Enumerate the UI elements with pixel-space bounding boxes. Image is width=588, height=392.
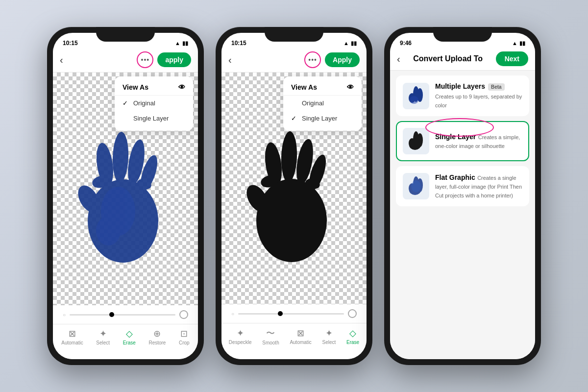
phone-screen-2: 10:15 ▲ ▮▮ ‹ ••• Apply [221,33,367,359]
smooth-icon-2: 〜 [266,327,275,339]
svg-point-15 [256,179,327,262]
flat-graphic-preview [405,175,427,197]
slider-max-icon-2 [348,309,357,318]
automatic-label-2: Automatic [290,340,311,345]
select-label-1: Select [96,340,110,345]
svg-point-2 [112,131,129,183]
dropdown-title-2: View As [291,83,317,91]
toolbar-automatic-1[interactable]: ⊠ Automatic [61,328,83,345]
page-title-3: Convert Upload To [413,54,483,63]
toolbar-select-1[interactable]: ✦ Select [96,328,110,345]
convert-option-multiple-layers[interactable]: Multiple Layers Beta Creates up to 9 lay… [396,75,529,116]
svg-point-30 [411,180,421,192]
multiple-layers-title: Multiple Layers [435,82,485,90]
eye-icon-1: 👁 [178,83,185,91]
automatic-label-1: Automatic [61,340,83,345]
original-label-2: Original [302,99,324,107]
single-layer-label-2: Single Layer [302,115,337,122]
toolbar-select-2[interactable]: ✦ Select [322,328,336,345]
status-icons-1: ▲ ▮▮ [175,40,188,47]
apply-button-2[interactable]: Apply [325,52,360,67]
back-button-3[interactable]: ‹ [397,53,400,65]
home-bar-3 [438,359,487,361]
dropdown-item-original-1[interactable]: ✓ Original [115,96,193,111]
toolbar-restore-1[interactable]: ⊕ Restore [148,328,166,345]
select-icon-1: ✦ [99,328,107,339]
convert-option-flat-graphic[interactable]: Flat Graphic Creates a single layer, ful… [396,166,529,206]
home-bar-2 [270,359,318,361]
flat-graphic-title: Flat Graphic [435,173,475,181]
single-layer-label-1: Single Layer [133,115,169,122]
restore-icon-1: ⊕ [153,328,161,339]
select-label-2: Select [322,340,336,345]
nav-bar-1: ‹ ••• apply [53,49,198,73]
slider-track-2[interactable] [238,313,344,315]
status-time-2: 10:15 [231,40,246,47]
toolbar-despeckle-2[interactable]: ✦ Despeckle [229,328,252,345]
erase-icon-2: ◇ [349,328,356,339]
slider-thumb-2[interactable] [278,311,283,316]
phone-3: 9:46 ▲ ▮▮ ‹ Convert Upload To Next [384,27,541,365]
erase-label-1: Erase [123,340,136,345]
svg-point-25 [409,140,421,150]
slider-max-icon-1 [179,310,188,319]
toolbar-erase-2[interactable]: ◇ Erase [346,328,359,345]
toolbar-crop-1[interactable]: ⊡ Crop [179,328,190,345]
apply-button-1[interactable]: apply [157,52,191,67]
handprint-svg-2 [240,113,348,265]
battery-icon-3: ▮▮ [519,40,525,47]
convert-option-single-layer[interactable]: Single Layer Creates a simple, one-color… [396,121,529,161]
crop-icon-1: ⊡ [180,328,188,339]
single-layer-wrapper: Single Layer Creates a simple, one-color… [396,121,529,161]
single-layer-title: Single Layer [435,133,476,141]
toolbar-smooth-2[interactable]: 〜 Smooth [262,327,279,345]
phone-notch-3 [433,27,492,42]
erase-label-2: Erase [346,340,359,345]
select-icon-2: ✦ [325,328,333,339]
dropdown-menu-1: View As 👁 ✓ Original Single Layer [115,76,193,131]
next-button-3[interactable]: Next [496,51,528,66]
single-layer-preview [405,130,427,152]
canvas-area-2: View As 👁 Original ✓ Single Layer [221,73,367,304]
svg-point-12 [280,131,298,182]
toolbar-erase-1[interactable]: ◇ Erase [123,328,136,345]
nav-actions-1: ••• apply [137,51,191,68]
svg-point-21 [410,96,418,104]
handprint-svg-1 [72,113,179,265]
dropdown-header-1: View As 👁 [115,81,193,96]
nav-bar-3: ‹ Convert Upload To Next [390,49,535,71]
canvas-area-1: View As 👁 ✓ Original Single Layer [53,73,198,305]
battery-icon-2: ▮▮ [351,40,357,47]
home-bar-1 [101,359,150,361]
status-time-1: 10:15 [63,40,78,47]
erase-icon-1: ◇ [126,328,133,339]
more-options-button-1[interactable]: ••• [137,51,153,68]
phone-screen-1: 10:15 ▲ ▮▮ ‹ ••• apply [53,33,198,359]
toolbar-automatic-2[interactable]: ⊠ Automatic [290,328,311,345]
dropdown-header-2: View As 👁 [283,81,362,96]
flat-graphic-info: Flat Graphic Creates a single layer, ful… [435,173,522,199]
despeckle-label-2: Despeckle [229,340,252,345]
dropdown-item-single-2[interactable]: ✓ Single Layer [283,111,362,126]
crop-label-1: Crop [179,340,190,345]
dropdown-item-original-2[interactable]: Original [283,96,362,111]
back-button-1[interactable]: ‹ [60,54,63,66]
slider-track-1[interactable] [70,314,175,316]
status-time-3: 9:46 [400,40,412,47]
svg-point-9 [96,216,121,245]
slider-thumb-1[interactable] [109,312,114,317]
restore-label-1: Restore [148,340,166,345]
toolbar-1: ⊠ Automatic ✦ Select ◇ Erase ⊕ Restore ⊡… [53,324,198,359]
back-button-2[interactable]: ‹ [228,54,232,66]
multiple-layers-desc: Creates up to 9 layers, separated by col… [435,94,522,108]
dropdown-menu-2: View As 👁 Original ✓ Single Layer [283,76,362,131]
beta-badge: Beta [488,83,505,91]
more-options-button-2[interactable]: ••• [304,51,321,68]
dropdown-item-single-1[interactable]: Single Layer [115,111,193,126]
status-icons-2: ▲ ▮▮ [343,40,357,47]
slider-area-1: ○ [53,305,198,324]
check-icon-1: ✓ [122,99,129,107]
toolbar-2: ✦ Despeckle 〜 Smooth ⊠ Automatic ✦ Selec… [221,323,367,359]
check-icon-2: ✓ [291,115,298,122]
automatic-icon-1: ⊠ [69,328,76,339]
